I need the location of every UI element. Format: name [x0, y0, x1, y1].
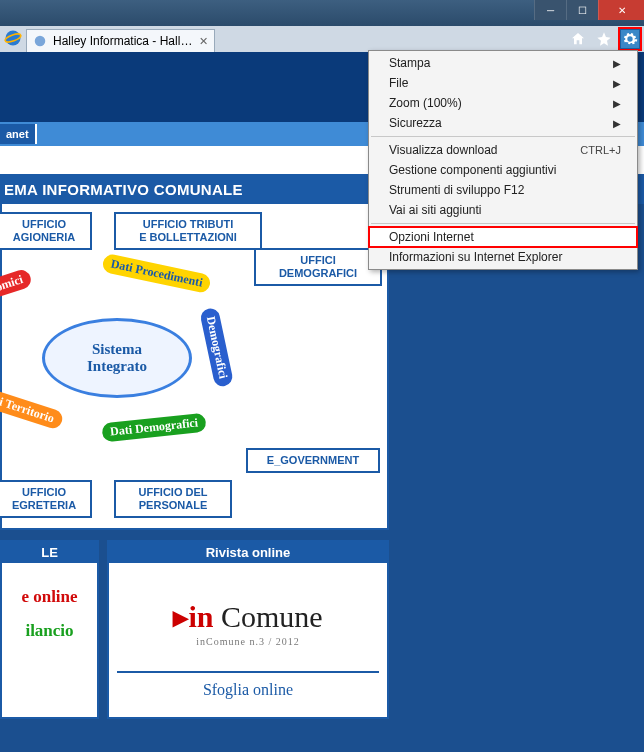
arc-economici: Economici [0, 268, 33, 308]
menu-label: Vai ai siti aggiunti [389, 203, 482, 217]
center-label: Integrato [87, 358, 147, 374]
submenu-arrow-icon: ▶ [613, 98, 621, 109]
panel-heading: LE [2, 542, 97, 563]
menu-item-zoom[interactable]: Zoom (100%)▶ [369, 93, 637, 113]
nav-label[interactable]: anet [0, 124, 37, 144]
menu-item-sicurezza[interactable]: Sicurezza▶ [369, 113, 637, 133]
ie-logo-icon [4, 29, 22, 47]
favorites-icon[interactable] [594, 29, 614, 49]
maximize-button[interactable]: ☐ [566, 0, 598, 20]
box-label: UFFICIO [22, 486, 66, 498]
tools-gear-icon[interactable] [620, 29, 640, 49]
menu-label: Gestione componenti aggiuntivi [389, 163, 556, 177]
panel-left: LE e online ilancio [0, 540, 99, 719]
link-online[interactable]: e online [10, 587, 89, 607]
menu-shortcut: CTRL+J [580, 144, 621, 156]
box-segreteria[interactable]: UFFICIO EGRETERIA [0, 480, 92, 518]
menu-label: Strumenti di sviluppo F12 [389, 183, 524, 197]
box-label: AGIONERIA [13, 231, 75, 243]
menu-item-file[interactable]: File▶ [369, 73, 637, 93]
panel-rivista: Rivista online ▸in Comune inComune n.3 /… [107, 540, 389, 719]
lower-panels: LE e online ilancio Rivista online ▸in C… [0, 540, 644, 719]
menu-label: Zoom (100%) [389, 96, 462, 110]
menu-separator [371, 223, 635, 224]
menu-label: File [389, 76, 408, 90]
box-egovernment[interactable]: E_GOVERNMENT [246, 448, 380, 473]
box-label: PERSONALE [139, 499, 207, 511]
box-label: E_GOVERNMENT [267, 454, 359, 466]
box-personale[interactable]: UFFICIO DEL PERSONALE [114, 480, 232, 518]
arc-procedimenti: Dati Procedimenti [101, 253, 212, 294]
menu-label: Visualizza download [389, 143, 498, 157]
menu-item-f12[interactable]: Strumenti di sviluppo F12 [369, 180, 637, 200]
incomune-marker-icon: ▸ [173, 600, 188, 633]
menu-label: Opzioni Internet [389, 230, 474, 244]
link-ilancio[interactable]: ilancio [10, 621, 89, 641]
menu-item-siti-aggiunti[interactable]: Vai ai siti aggiunti [369, 200, 637, 220]
menu-item-componenti[interactable]: Gestione componenti aggiuntivi [369, 160, 637, 180]
panel-heading: Rivista online [109, 542, 387, 563]
window-controls: ─ ☐ ✕ [534, 0, 644, 20]
box-label: UFFICIO [22, 218, 66, 230]
tab-title: Halley Informatica - Halley ... [53, 34, 193, 48]
tab-close-icon[interactable]: ✕ [199, 35, 208, 48]
browser-tools [568, 26, 640, 52]
window-titlebar: ─ ☐ ✕ [0, 0, 644, 26]
submenu-arrow-icon: ▶ [613, 78, 621, 89]
diagram-center: Sistema Integrato [42, 318, 192, 398]
menu-label: Sicurezza [389, 116, 442, 130]
box-label: E BOLLETTAZIONI [139, 231, 237, 243]
close-button[interactable]: ✕ [598, 0, 644, 20]
home-icon[interactable] [568, 29, 588, 49]
menu-separator [371, 136, 635, 137]
menu-item-download[interactable]: Visualizza downloadCTRL+J [369, 140, 637, 160]
page-favicon-icon [33, 34, 47, 48]
submenu-arrow-icon: ▶ [613, 58, 621, 69]
svg-point-2 [35, 36, 46, 47]
browser-tab[interactable]: Halley Informatica - Halley ... ✕ [26, 29, 215, 52]
box-label: UFFICIO TRIBUTI [143, 218, 233, 230]
diagram-container: UFFICIO AGIONERIA UFFICIO TRIBUTI E BOLL… [0, 204, 389, 530]
submenu-arrow-icon: ▶ [613, 118, 621, 129]
incomune-text: in [188, 600, 221, 633]
menu-item-stampa[interactable]: Stampa▶ [369, 53, 637, 73]
arc-territorio: Dati Territorio [0, 384, 64, 430]
menu-item-info-ie[interactable]: Informazioni su Internet Explorer [369, 247, 637, 267]
menu-item-opzioni-internet[interactable]: Opzioni Internet [369, 227, 637, 247]
box-ragioneria[interactable]: UFFICIO AGIONERIA [0, 212, 92, 250]
incomune-logo: ▸in Comune [117, 599, 379, 634]
incomune-text: Comune [221, 600, 323, 633]
incomune-sub: inComune n.3 / 2012 [117, 636, 379, 647]
arc-demografici: Demografici [199, 307, 234, 389]
box-label: EGRETERIA [12, 499, 76, 511]
menu-label: Stampa [389, 56, 430, 70]
box-label: UFFICIO DEL [138, 486, 207, 498]
arc-dati-demografici: Dati Demografici [101, 413, 207, 443]
center-label: Sistema [92, 341, 142, 357]
minimize-button[interactable]: ─ [534, 0, 566, 20]
tab-strip: Halley Informatica - Halley ... ✕ [0, 26, 644, 52]
menu-label: Informazioni su Internet Explorer [389, 250, 562, 264]
box-tributi[interactable]: UFFICIO TRIBUTI E BOLLETTAZIONI [114, 212, 262, 250]
central-diagram: Economici Dati Procedimenti Demografici … [2, 258, 383, 488]
tools-dropdown: Stampa▶ File▶ Zoom (100%)▶ Sicurezza▶ Vi… [368, 50, 638, 270]
sfoglia-link[interactable]: Sfoglia online [117, 671, 379, 707]
